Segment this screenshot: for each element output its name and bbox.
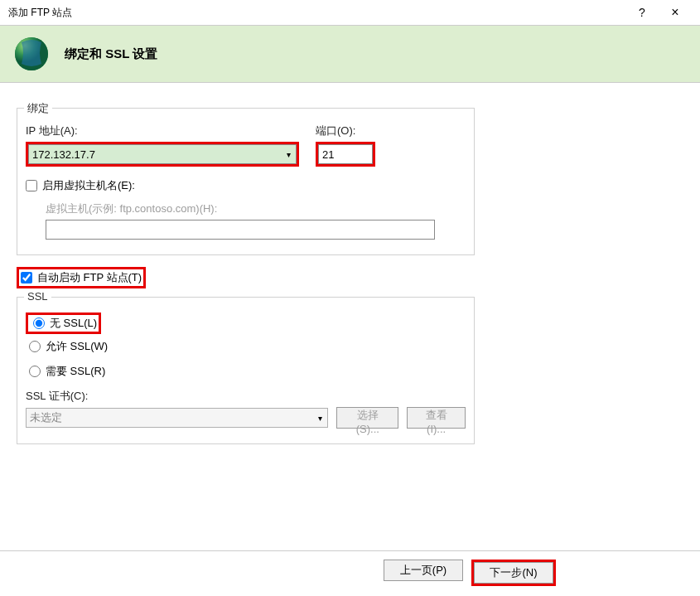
help-button[interactable]: ? (625, 6, 659, 19)
ssl-cert-placeholder: 未选定 (27, 410, 312, 425)
require-ssl-radio[interactable] (29, 366, 41, 377)
prev-button[interactable]: 上一页(P) (384, 560, 463, 581)
binding-fieldset: 绑定 IP 地址(A): ▾ 端口(O): 启用虚拟主机名(E) (17, 108, 475, 255)
no-ssl-radio[interactable] (33, 317, 45, 329)
select-cert-button: 选择(S)... (336, 407, 398, 429)
enable-vhost-checkbox[interactable] (26, 180, 37, 191)
titlebar: 添加 FTP 站点 ? × (0, 0, 700, 25)
ip-label: IP 地址(A): (26, 124, 299, 138)
port-input[interactable] (318, 144, 373, 164)
globe-icon (12, 34, 51, 74)
cert-dropdown-arrow[interactable]: ▾ (312, 414, 327, 423)
content-area: 绑定 IP 地址(A): ▾ 端口(O): 启用虚拟主机名(E) (0, 83, 700, 466)
window-title: 添加 FTP 站点 (8, 6, 625, 20)
header-band: 绑定和 SSL 设置 (0, 25, 700, 83)
close-button[interactable]: × (659, 5, 692, 20)
allow-ssl-radio[interactable] (29, 341, 41, 352)
ssl-legend: SSL (24, 290, 51, 303)
view-cert-button: 查看(I)... (407, 407, 466, 429)
vhost-input (46, 220, 435, 240)
ssl-fieldset: SSL 无 SSL(L) 允许 SSL(W) 需要 SSL(R) SSL 证书(… (17, 297, 475, 444)
vhost-label: 虚拟主机(示例: ftp.contoso.com)(H): (46, 201, 466, 216)
cert-label: SSL 证书(C): (26, 389, 466, 404)
require-ssl-label: 需要 SSL(R) (46, 364, 105, 379)
allow-ssl-label: 允许 SSL(W) (46, 339, 108, 354)
binding-legend: 绑定 (24, 101, 52, 116)
ssl-cert-combo[interactable]: 未选定 ▾ (26, 408, 328, 428)
auto-start-label: 自动启动 FTP 站点(T) (37, 270, 142, 285)
page-title: 绑定和 SSL 设置 (65, 46, 157, 62)
enable-vhost-label: 启用虚拟主机名(E): (42, 178, 135, 193)
footer: 上一页(P) 下一步(N) (0, 550, 700, 586)
no-ssl-label: 无 SSL(L) (50, 316, 97, 331)
next-button[interactable]: 下一步(N) (474, 562, 553, 584)
ip-address-input[interactable] (29, 145, 281, 163)
ip-dropdown-arrow[interactable]: ▾ (281, 150, 296, 159)
auto-start-checkbox[interactable] (21, 272, 32, 283)
port-label: 端口(O): (316, 124, 375, 138)
